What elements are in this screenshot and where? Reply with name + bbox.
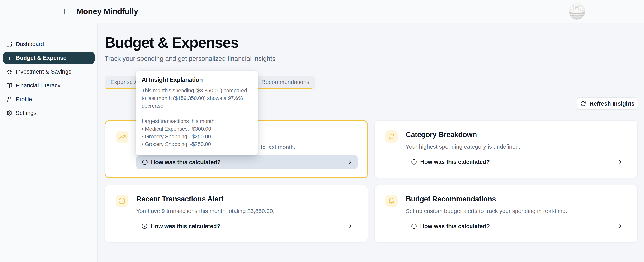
card-icon-chip bbox=[385, 130, 398, 143]
alert-circle-icon bbox=[118, 198, 125, 204]
sidebar-item-label: Financial Literacy bbox=[16, 82, 60, 89]
card-description: Set up custom budget alerts to track you… bbox=[406, 207, 630, 215]
panel-left-icon bbox=[62, 8, 69, 15]
budget-recommendations-card: Budget Recommendations Set up custom bud… bbox=[374, 185, 638, 243]
user-avatar[interactable] bbox=[568, 3, 585, 20]
trending-up-icon bbox=[119, 133, 126, 140]
card-title: Category Breakdown bbox=[406, 130, 477, 139]
popover-summary-text: This month's spending ($3,850.00) compar… bbox=[142, 87, 252, 110]
sidebar-item-budget-expense[interactable]: Budget & Expense bbox=[3, 52, 95, 64]
chevron-right-icon bbox=[348, 224, 353, 229]
info-icon bbox=[411, 223, 417, 229]
sidebar-item-label: Investment & Savings bbox=[16, 68, 71, 75]
how-calculated-label: How was this calculated? bbox=[420, 159, 490, 165]
card-description: You have 9 transactions this month total… bbox=[136, 207, 360, 215]
app-title: Money Mindfully bbox=[76, 6, 138, 16]
popover-transactions-text: Largest transactions this month: • Medic… bbox=[142, 117, 252, 148]
sidebar-item-label: Dashboard bbox=[16, 41, 44, 47]
refresh-insights-label: Refresh Insights bbox=[590, 100, 634, 107]
page-subtitle: Track your spending and get personalized… bbox=[105, 55, 276, 62]
ai-insight-popover: AI Insight Explanation This month's spen… bbox=[136, 71, 258, 155]
info-icon bbox=[142, 223, 148, 229]
sidebar-item-financial-literacy[interactable]: Financial Literacy bbox=[3, 79, 95, 91]
bar-chart-icon bbox=[6, 55, 12, 61]
chevron-right-icon bbox=[347, 160, 353, 165]
info-icon bbox=[411, 159, 417, 165]
refresh-insights-button[interactable]: Refresh Insights bbox=[577, 97, 638, 110]
avatar-sphere-image bbox=[568, 3, 585, 20]
sidebar-item-label: Budget & Expense bbox=[16, 55, 66, 61]
sidebar-item-investment-savings[interactable]: Investment & Savings bbox=[3, 66, 95, 78]
card-description: Your highest spending category is undefi… bbox=[406, 143, 630, 151]
user-icon bbox=[6, 96, 12, 102]
card-icon-chip bbox=[385, 195, 398, 207]
repeat-icon bbox=[388, 133, 395, 140]
card-icon-chip bbox=[116, 195, 128, 207]
page-title: Budget & Expenses bbox=[105, 34, 239, 51]
piggy-bank-icon bbox=[6, 69, 12, 74]
chevron-right-icon bbox=[618, 159, 623, 165]
sidebar-toggle-button[interactable] bbox=[61, 7, 70, 16]
sidebar-item-dashboard[interactable]: Dashboard bbox=[3, 38, 95, 50]
how-calculated-label: How was this calculated? bbox=[151, 159, 220, 166]
sidebar: Menu Dashboard Budget & Expense Investme… bbox=[0, 23, 98, 262]
how-was-this-calculated-row[interactable]: How was this calculated? bbox=[136, 155, 358, 169]
gear-icon bbox=[6, 110, 12, 116]
dashboard-grid-icon bbox=[6, 41, 12, 47]
sidebar-item-label: Settings bbox=[16, 110, 36, 116]
recent-transactions-alert-card: Recent Transactions Alert You have 9 tra… bbox=[105, 185, 368, 243]
book-open-icon bbox=[6, 82, 12, 88]
app-header: Money Mindfully bbox=[0, 0, 644, 23]
info-icon bbox=[142, 159, 148, 165]
sidebar-item-profile[interactable]: Profile bbox=[3, 93, 95, 105]
how-calculated-label: How was this calculated? bbox=[420, 223, 490, 230]
category-breakdown-card: Category Breakdown Your highest spending… bbox=[374, 120, 638, 178]
card-title: Budget Recommendations bbox=[406, 195, 496, 203]
sidebar-item-settings[interactable]: Settings bbox=[3, 107, 95, 119]
refresh-icon bbox=[580, 101, 586, 106]
chevron-right-icon bbox=[618, 224, 623, 229]
how-was-this-calculated-row[interactable]: How was this calculated? bbox=[406, 219, 628, 233]
sidebar-item-label: Profile bbox=[16, 96, 32, 102]
how-was-this-calculated-row[interactable]: How was this calculated? bbox=[136, 219, 358, 233]
how-calculated-label: How was this calculated? bbox=[151, 223, 220, 230]
card-icon-chip bbox=[116, 131, 128, 143]
bell-icon bbox=[388, 198, 395, 204]
how-was-this-calculated-row[interactable]: How was this calculated? bbox=[406, 155, 628, 169]
card-title: Recent Transactions Alert bbox=[136, 195, 224, 203]
popover-title: AI Insight Explanation bbox=[142, 76, 252, 84]
